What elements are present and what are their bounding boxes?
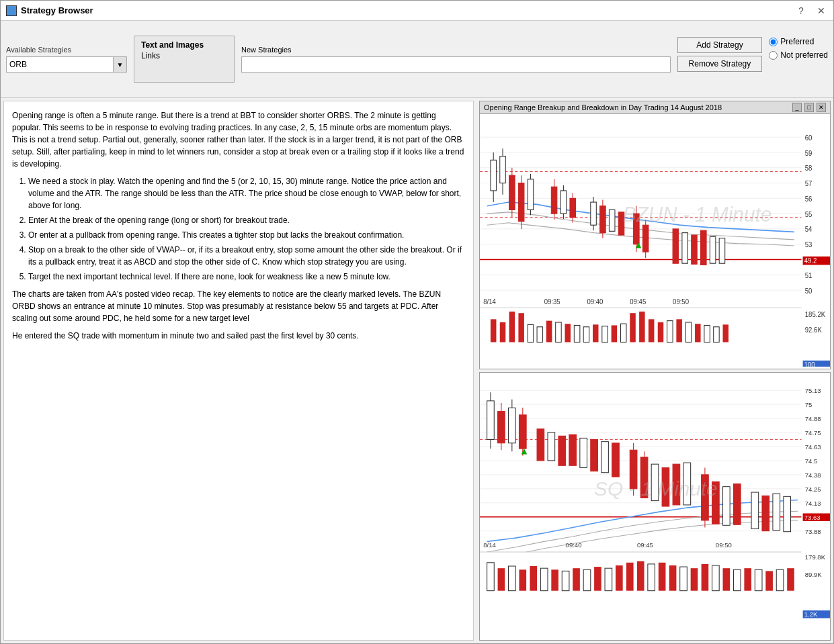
svg-text:92.6K: 92.6K xyxy=(805,326,822,333)
title-bar-right: ? ✕ xyxy=(794,4,828,17)
svg-rect-164 xyxy=(784,496,791,531)
svg-rect-85 xyxy=(537,327,543,342)
chart1-container: Opening Range Breakup and Breakdown in D… xyxy=(479,101,831,369)
svg-text:74.25: 74.25 xyxy=(805,486,821,493)
chart1-maximize-button[interactable]: □ xyxy=(804,103,814,112)
svg-text:58: 58 xyxy=(805,165,812,172)
svg-rect-159 xyxy=(723,487,731,526)
remove-strategy-button[interactable]: Remove Strategy xyxy=(677,56,763,72)
svg-rect-39 xyxy=(591,202,597,225)
svg-rect-18 xyxy=(500,156,506,183)
svg-rect-128 xyxy=(498,412,505,443)
window-title: Strategy Browser xyxy=(21,5,93,15)
step-1: We need a stock in play. Watch the openi… xyxy=(28,175,465,212)
svg-rect-142 xyxy=(580,438,587,467)
svg-text:49.2: 49.2 xyxy=(804,257,817,265)
svg-text:56: 56 xyxy=(805,195,812,203)
chart2-container: 75.13 75 74.88 74.75 74.63 74.5 74.38 74… xyxy=(479,372,831,641)
new-strategies-input[interactable] xyxy=(241,56,671,73)
svg-text:1.2K: 1.2K xyxy=(804,611,818,618)
svg-rect-33 xyxy=(560,191,567,214)
chart2-svg: 75.13 75 74.88 74.75 74.63 74.5 74.38 74… xyxy=(480,373,830,640)
preferred-option[interactable]: Preferred xyxy=(769,37,828,46)
text-images-tab[interactable]: Text and Images Links xyxy=(134,36,235,83)
svg-text:09:40: 09:40 xyxy=(587,297,603,305)
svg-text:74.38: 74.38 xyxy=(805,471,821,479)
svg-rect-145 xyxy=(612,443,620,477)
svg-rect-204 xyxy=(702,564,709,591)
svg-text:09:45: 09:45 xyxy=(637,541,653,549)
svg-text:74.88: 74.88 xyxy=(805,415,821,422)
svg-text:74.5: 74.5 xyxy=(805,457,818,465)
svg-rect-45 xyxy=(609,210,615,231)
svg-rect-162 xyxy=(762,496,769,531)
svg-rect-54 xyxy=(673,229,679,263)
svg-rect-207 xyxy=(733,569,741,590)
svg-rect-211 xyxy=(776,569,784,590)
action-buttons: Add Strategy Remove Strategy xyxy=(677,37,763,72)
svg-text:185.2K: 185.2K xyxy=(805,311,826,318)
chart1-title-bar: Opening Range Breakup and Breakdown in D… xyxy=(480,101,830,114)
svg-rect-200 xyxy=(659,563,666,591)
main-content: Opening range is often a 5 minute range.… xyxy=(1,98,833,643)
charts-text: The charts are taken from AA's posted vi… xyxy=(12,288,465,324)
not-preferred-radio[interactable] xyxy=(769,51,778,60)
svg-rect-50 xyxy=(642,225,649,252)
svg-rect-83 xyxy=(518,313,524,342)
svg-rect-160 xyxy=(733,484,741,524)
svg-rect-191 xyxy=(562,571,569,590)
step-2: Enter At the break of the opening range … xyxy=(28,214,465,226)
svg-text:53: 53 xyxy=(805,241,812,248)
svg-rect-186 xyxy=(509,566,516,591)
close-button[interactable]: ✕ xyxy=(815,4,828,17)
preferred-radio[interactable] xyxy=(769,38,778,46)
svg-rect-197 xyxy=(626,563,634,591)
svg-text:74.63: 74.63 xyxy=(805,443,821,451)
svg-rect-188 xyxy=(530,566,537,591)
svg-rect-84 xyxy=(528,324,534,342)
new-strategies-section: New Strategies xyxy=(241,46,671,73)
svg-text:8/14: 8/14 xyxy=(483,541,496,549)
chart1-minimize-button[interactable]: _ xyxy=(792,103,802,112)
svg-rect-81 xyxy=(500,322,506,342)
svg-rect-80 xyxy=(491,319,497,342)
svg-rect-143 xyxy=(591,440,598,471)
new-strategies-label: New Strategies xyxy=(241,46,671,54)
add-strategy-button[interactable]: Add Strategy xyxy=(677,37,763,53)
chart1-controls: _ □ ✕ xyxy=(792,103,826,112)
svg-rect-134 xyxy=(519,415,526,449)
svg-rect-144 xyxy=(601,442,609,473)
svg-rect-90 xyxy=(583,327,589,342)
svg-rect-138 xyxy=(537,429,544,461)
svg-text:54: 54 xyxy=(805,226,812,233)
svg-text:SQ - 1 Minute: SQ - 1 Minute xyxy=(594,477,718,500)
step-3: Or enter at a pullback from opening rang… xyxy=(28,229,465,241)
svg-rect-210 xyxy=(765,571,773,590)
svg-rect-187 xyxy=(519,569,526,590)
dropdown-arrow-icon[interactable]: ▼ xyxy=(114,56,127,73)
svg-rect-202 xyxy=(680,567,687,591)
svg-rect-24 xyxy=(518,183,524,222)
svg-rect-163 xyxy=(773,494,780,530)
left-panel: Opening range is often a 5 minute range.… xyxy=(3,101,474,641)
svg-rect-94 xyxy=(620,324,626,342)
svg-rect-101 xyxy=(685,322,692,342)
svg-rect-15 xyxy=(491,160,497,191)
svg-rect-198 xyxy=(637,561,644,591)
svg-text:89.9K: 89.9K xyxy=(805,571,823,578)
chart1-close-button[interactable]: ✕ xyxy=(817,103,826,112)
svg-text:60: 60 xyxy=(805,134,812,141)
svg-rect-89 xyxy=(574,325,580,342)
svg-text:74.13: 74.13 xyxy=(805,500,821,507)
svg-rect-189 xyxy=(540,568,548,591)
svg-text:09:35: 09:35 xyxy=(544,297,560,305)
svg-rect-196 xyxy=(616,565,623,591)
not-preferred-option[interactable]: Not preferred xyxy=(769,50,828,60)
svg-rect-195 xyxy=(605,568,612,591)
svg-rect-208 xyxy=(744,568,751,591)
svg-rect-96 xyxy=(639,312,645,342)
strategy-dropdown[interactable]: ORB xyxy=(6,56,114,73)
svg-rect-92 xyxy=(602,326,608,342)
svg-text:8/14: 8/14 xyxy=(483,297,496,305)
help-button[interactable]: ? xyxy=(794,4,808,17)
